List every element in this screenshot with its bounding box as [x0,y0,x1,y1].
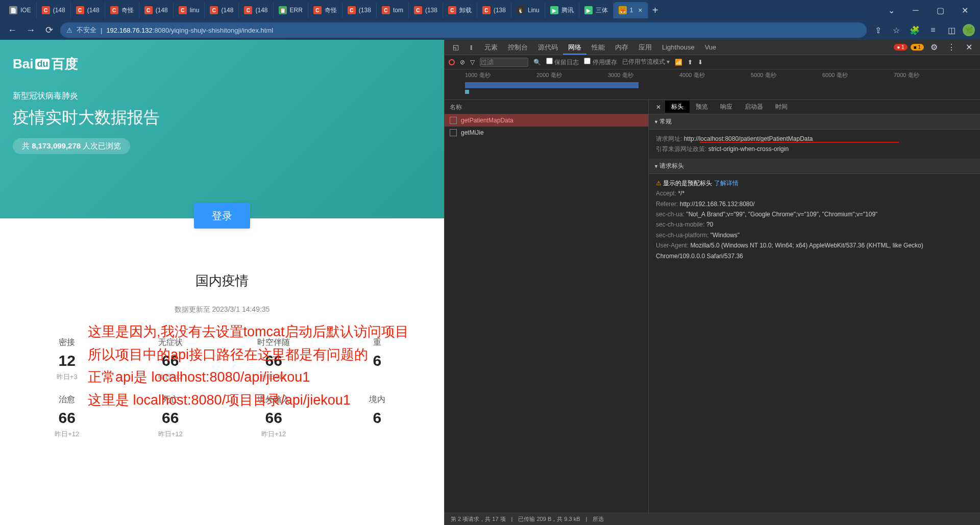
browser-tab[interactable]: C(148 [205,2,239,18]
detail-close-icon[interactable]: ✕ [652,104,665,111]
name-column-header[interactable]: 名称 [445,100,648,114]
filter-icon[interactable]: ▽ [470,59,475,66]
browser-tab[interactable]: C(148 [139,2,174,18]
detail-tab[interactable]: 时间 [769,101,794,113]
reload-button[interactable]: ⟳ [42,23,56,37]
update-time: 数据更新至 2023/3/1 14:49:35 [0,305,444,314]
throttle-select[interactable]: 已停用节流模式 ▾ [622,58,670,66]
detail-tab[interactable]: 预览 [690,101,714,113]
login-button[interactable]: 登录 [194,203,250,229]
wifi-icon[interactable]: 📶 [675,59,682,66]
error-badge[interactable]: ● 1 [894,44,907,51]
baidu-logo: Baidu百度 [13,55,444,73]
devtools-tab[interactable]: Lighthouse [657,41,700,54]
gear-icon[interactable]: ⚙ [927,40,941,55]
timeline-tick: 7000 毫秒 [894,71,965,79]
learn-more-link[interactable]: 了解详情 [714,180,739,187]
record-button[interactable] [449,59,455,65]
star-icon[interactable]: ☆ [889,23,903,37]
page: Baidu百度 新型冠状病毒肺炎 疫情实时大数据报告 共 8,173,099,2… [0,40,444,525]
browser-tab[interactable]: ▶三体 [579,2,614,18]
header-row: User-Agent: Mozilla/5.0 (Windows NT 10.0… [656,240,973,261]
maximize-button[interactable]: ▢ [929,2,951,18]
network-request[interactable]: getPatientMapData [445,114,648,127]
timeline-marker [465,90,469,94]
devtools-tab[interactable]: 控制台 [503,41,533,54]
devtools-tab[interactable]: 网络 [563,41,586,55]
devtools-tab[interactable]: 源代码 [533,41,563,54]
header-row: Referer: http://192.168.76.132:8080/ [656,199,973,209]
browser-tab[interactable]: C奇怪 [308,2,342,18]
minimize-button[interactable]: ─ [904,2,927,18]
detail-tab[interactable]: 标头 [665,101,690,113]
browser-tab[interactable]: Ctom [377,2,409,18]
hero: Baidu百度 新型冠状病毒肺炎 疫情实时大数据报告 共 8,173,099,2… [0,40,444,218]
browser-tab[interactable]: C(148 [71,2,105,18]
browser-tab[interactable]: 📄IOE [4,2,37,18]
network-request[interactable]: getMiJie [445,127,648,139]
timeline-tick: 2000 毫秒 [536,71,608,79]
devtools-tab[interactable]: 性能 [586,41,610,54]
devtools-tab[interactable]: Vue [700,41,722,54]
clear-icon[interactable]: ⊘ [460,59,465,66]
devtools-main: 名称 getPatientMapDatagetMiJie ✕ 标头预览响应启动器… [445,100,980,513]
timeline-tick: 4000 毫秒 [679,71,751,79]
more-icon[interactable]: ⋮ [944,40,959,55]
disable-cache-checkbox[interactable]: 停用缓存 [584,58,617,67]
warning-icon: ⚠ [656,180,662,187]
devtools-tab[interactable]: 内存 [610,41,633,54]
browser-tab[interactable]: C(148 [239,2,273,18]
close-button[interactable]: ✕ [953,2,976,18]
search-icon[interactable]: 🔍 [533,59,541,66]
insecure-label: 不安全 [77,26,96,35]
preserve-log-checkbox[interactable]: 保留日志 [546,58,579,67]
browser-tab[interactable]: C奇怪 [105,2,139,18]
upload-icon[interactable]: ⬆ [688,59,693,66]
request-headers-section[interactable]: 请求标头 [649,159,980,174]
request-list: 名称 getPatientMapDatagetMiJie [445,100,649,513]
browser-tab[interactable]: ▶腾讯 [545,2,579,18]
device-icon[interactable]: ⫿ [464,40,478,55]
devtools-tab[interactable]: 元素 [479,41,503,54]
new-tab-button[interactable]: + [648,3,663,17]
browser-tab[interactable]: C(138 [409,2,443,18]
detail-tabs: ✕ 标头预览响应启动器时间 [649,100,980,114]
devtools-tabs: ◱ ⫿ 元素控制台源代码网络性能内存应用LighthouseVue ● 1 ■ … [445,40,980,55]
browser-tab[interactable]: 🐧Linu [511,2,545,18]
chevron-down-icon[interactable]: ⌄ [880,2,902,18]
share-icon[interactable]: ⇪ [871,23,885,37]
forward-button[interactable]: → [23,23,38,37]
extension-icon[interactable]: 🧩 [908,23,922,37]
warning-badge[interactable]: ■ 1 [911,44,924,51]
timeline-tick: 5000 毫秒 [751,71,822,79]
content: Baidu百度 新型冠状病毒肺炎 疫情实时大数据报告 共 8,173,099,2… [0,40,980,525]
inspect-icon[interactable]: ◱ [449,40,463,55]
detail-tab[interactable]: 响应 [714,101,739,113]
browser-tab[interactable]: C卸载 [443,2,477,18]
browser-tab[interactable]: 📋ERR [274,2,308,18]
general-section[interactable]: 常规 [649,114,980,130]
stat-card: 治愈66昨日+12 [39,394,95,439]
headers-body: ⚠ 显示的是预配标头 了解详情 Accept: */*Referer: http… [649,174,980,513]
request-url: http://localhost:8080/patient/getPatient… [684,135,813,142]
annotation-underline [700,142,899,143]
back-button[interactable]: ← [5,23,19,37]
browser-tab[interactable]: Clinu [174,2,205,18]
browser-tab[interactable]: C(148 [37,2,71,18]
devtools-close-icon[interactable]: ✕ [962,40,976,55]
download-icon[interactable]: ⬇ [698,59,703,66]
devtools-tab[interactable]: 应用 [633,41,657,54]
view-count-chip: 共 8,173,099,278 人次已浏览 [13,138,130,154]
url-bar[interactable]: ⚠ 不安全 | 192.168.76.132:8080/yiqing-shujv… [60,22,867,38]
browser-tab[interactable]: C(138 [342,2,377,18]
list-icon[interactable]: ≡ [926,23,940,37]
titlebar: 📄IOEC(148C(148C奇怪C(148ClinuC(148C(148📋ER… [0,0,980,20]
filter-input[interactable] [480,58,528,67]
detail-tab[interactable]: 启动器 [739,101,769,113]
browser-tab[interactable]: C(138 [477,2,511,18]
timeline[interactable]: 1000 毫秒2000 毫秒3000 毫秒4000 毫秒5000 毫秒6000 … [445,69,980,100]
browser-tab[interactable]: 🦊1× [614,2,648,18]
panel-icon[interactable]: ◫ [944,23,959,37]
header-row: sec-ch-ua-mobile: ?0 [656,219,973,230]
avatar[interactable]: 🌿 [963,24,975,36]
